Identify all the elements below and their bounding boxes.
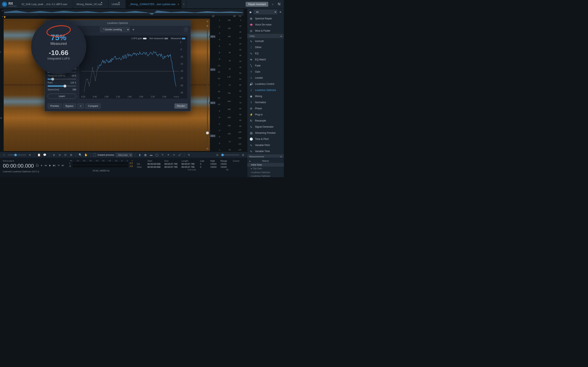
zoom-out-icon[interactable]: ⊖ [207, 147, 208, 150]
brush-icon[interactable]: ✎ [160, 153, 164, 157]
sidebar-filter-select[interactable]: All [254, 10, 277, 14]
preset-menu-icon[interactable]: ≡ [131, 28, 135, 31]
tab-overflow[interactable]: \ [182, 0, 186, 8]
zoom-in-icon[interactable]: ⊕ [207, 25, 208, 27]
slider-thumb[interactable] [14, 154, 17, 156]
sidebar-item-phase[interactable]: ⊘Phase [247, 105, 284, 111]
menu-icon[interactable]: ≡ [278, 10, 282, 14]
zoom-fit-icon[interactable]: ⊞ [69, 153, 73, 157]
repair-assistant-button[interactable]: Repair Assistant [246, 2, 268, 7]
timefreq-select-icon[interactable]: ▦ [143, 153, 147, 157]
sidebar-item-azimuth[interactable]: ∿Azimuth [247, 38, 284, 44]
headphone-icon[interactable]: 🎧 [35, 163, 39, 167]
compare-button[interactable]: Compare [85, 103, 101, 109]
meter-scale: -Inf.-70-60-50-40-30-20-10-6-30 [67, 160, 135, 162]
sidebar-item-plug-in[interactable]: ⚡Plug-in [247, 111, 284, 118]
history-item[interactable]: Loudness Optimize [247, 174, 284, 177]
history-item[interactable]: Loudness Optimize [247, 170, 284, 174]
instant-process-checkbox[interactable] [93, 154, 96, 156]
connect-icon[interactable]: ↯ [187, 153, 191, 157]
tab-1[interactable]: Wrong_Master_HC.wav [73, 0, 108, 8]
tab-3[interactable]: ×_Wrong_ (UNMASTER…ston Lydotes.wav [126, 0, 181, 8]
time-select-icon[interactable]: ▮ [138, 153, 142, 157]
lasso-icon[interactable]: ◯ [155, 153, 159, 157]
sidebar-item-loudness-optimize[interactable]: ⫲Loudness Optimize [247, 87, 284, 93]
sidebar-item-gain[interactable]: ⫯Gain [247, 69, 284, 75]
sidebar-item-time-pitch[interactable]: 🕐Time & Pitch [247, 136, 284, 142]
spectro-view-icon[interactable]: ≋ [28, 153, 32, 157]
slider-thumb[interactable] [51, 78, 54, 81]
izotope-logo-icon[interactable]: N [277, 2, 281, 7]
sidebar-item-variable-time[interactable]: ∿Variable Time [247, 148, 284, 154]
measurements-section-header[interactable]: Measurements▴ [247, 154, 284, 158]
add-button[interactable]: + [77, 103, 84, 109]
sidebar-item-signal-generator[interactable]: ∿Signal Generator [247, 124, 284, 130]
record-icon[interactable]: ● [40, 163, 43, 167]
view-blend-slider[interactable] [8, 155, 26, 155]
hzoom-out-icon[interactable]: ⊖ [215, 153, 219, 157]
sidebar-item-spectral-repair[interactable]: ⊞Spectral Repair [247, 16, 284, 22]
bypass-button[interactable]: Bypass [63, 103, 76, 109]
sidebar-item-variable-pitch[interactable]: ∿Variable Pitch [247, 142, 284, 148]
spectro-icon[interactable]: ≋ [207, 20, 208, 23]
preset-select[interactable]: * Gentle Leveling [100, 27, 130, 32]
paste-icon[interactable]: 📋 [37, 153, 41, 157]
waveform-view-icon[interactable]: ⫲ [2, 153, 6, 157]
module-icon: ∿ [249, 125, 253, 129]
sidebar-item-leveler[interactable]: ⫲Leveler [247, 75, 284, 81]
zoom-sel-icon[interactable]: ⊡ [63, 153, 67, 157]
gate-chip-icon [143, 38, 147, 39]
history-item[interactable]: ▸ Clip Gain [247, 167, 284, 170]
play-icon[interactable]: ▶ [249, 10, 252, 14]
sidebar-item-streaming-preview[interactable]: ▤Streaming Preview [247, 130, 284, 136]
hzoom-slider[interactable] [221, 155, 239, 155]
sidebar-item-fade[interactable]: ╲Fade [247, 63, 284, 69]
play-icon[interactable]: ▶ [48, 163, 52, 167]
help-icon[interactable]: ? [184, 27, 188, 32]
history-header[interactable]: ▴History [247, 159, 284, 163]
ratio-slider[interactable] [48, 85, 76, 87]
history-item[interactable]: Initial State [247, 163, 284, 167]
feather-icon[interactable]: 🖊 [178, 153, 182, 157]
chat-icon[interactable]: 💬 [43, 153, 47, 157]
waveform-icon[interactable]: ∿ [270, 2, 275, 7]
render-button[interactable]: Render [174, 103, 188, 109]
sidebar-item-normalize[interactable]: ⫯Normalize [247, 99, 284, 105]
slider-thumb[interactable] [63, 85, 66, 87]
slider-thumb[interactable] [221, 154, 224, 156]
wand-icon[interactable]: ✦ [166, 153, 170, 157]
chevron-up-icon[interactable]: ▴ [249, 160, 251, 162]
process-mode-select[interactable]: Attenuate [116, 153, 132, 157]
sidebar-item-eq-match[interactable]: ≋EQ Match [247, 57, 284, 63]
utility-section-header[interactable]: Utility▴ [247, 34, 284, 38]
sidebar-item-mixing[interactable]: ◉Mixing [247, 93, 284, 99]
hand-tool-icon[interactable]: ✋ [84, 153, 88, 157]
modules-sidebar: ▶ All ≡ ⊞Spectral Repair👄Voice De-noise◎… [247, 8, 284, 158]
hzoom-in-icon[interactable]: ⊕ [241, 153, 245, 157]
close-icon[interactable]: × [178, 3, 179, 6]
preview-button[interactable]: Preview [48, 103, 62, 109]
sidebar-item-wow-flutter[interactable]: ◎Wow & Flutter [247, 28, 284, 34]
brightness-slider[interactable] [207, 29, 208, 146]
sidebar-item-voice-de-noise[interactable]: 👄Voice De-noise [247, 22, 284, 28]
sidebar-item-loudness-control[interactable]: 🔊Loudness Control [247, 81, 284, 87]
skip-back-icon[interactable]: ⏮ [44, 163, 48, 167]
overview-waveform[interactable] [4, 9, 243, 16]
loop-icon[interactable]: ⟲ [57, 163, 60, 167]
sidebar-item-resample[interactable]: ↻Resample [247, 118, 284, 124]
tab-0[interactable]: 02_DnB Loop, peak …d to -0.1 dBFS.wav [18, 0, 73, 8]
zoom-out-icon[interactable]: ⊖ [58, 153, 62, 157]
tab-2[interactable]: Untitled [108, 0, 126, 8]
play-sel-icon[interactable]: ▶| [52, 163, 56, 167]
zoom-tool-icon[interactable]: 🔍 [78, 153, 82, 157]
learn-button[interactable]: Learn [48, 94, 76, 99]
freq-select-icon[interactable]: ▬ [149, 153, 153, 157]
time-format-label[interactable]: h:m:s.ms ▾ [3, 160, 65, 162]
threshold-slider[interactable] [48, 78, 76, 80]
skip-fwd-icon[interactable]: ⏭ [61, 163, 65, 167]
slider-thumb[interactable] [206, 132, 209, 134]
sidebar-item-dither[interactable]: ⋮Dither [247, 44, 284, 50]
zoom-in-icon[interactable]: ⊕ [52, 153, 56, 157]
parallel-icon[interactable]: ≡ [172, 153, 176, 157]
sidebar-item-eq[interactable]: ∿EQ [247, 50, 284, 57]
